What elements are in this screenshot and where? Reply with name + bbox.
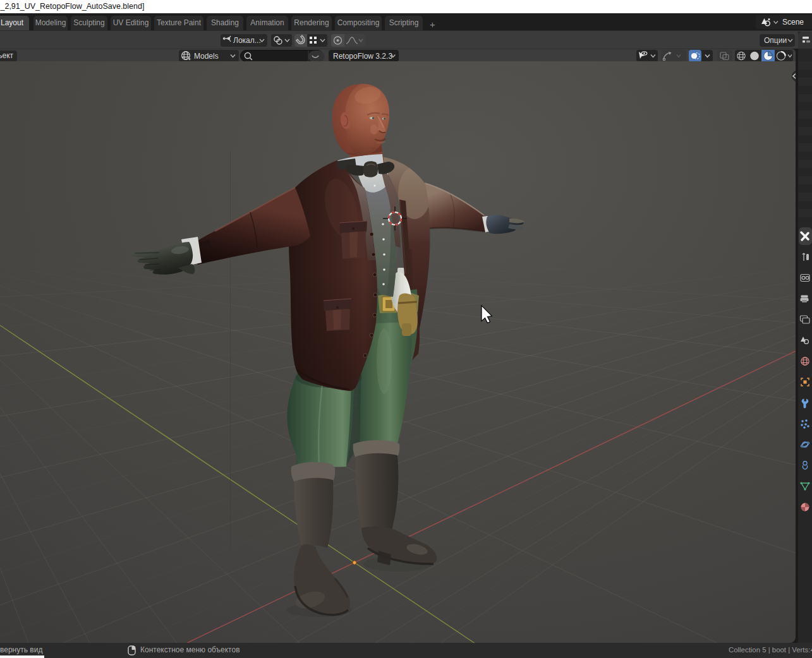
svg-text:Опции: Опции — [764, 36, 787, 45]
svg-text:Models: Models — [194, 52, 219, 61]
svg-text:Локал...: Локал... — [233, 36, 261, 45]
svg-text:RetopoFlow 3.2.3: RetopoFlow 3.2.3 — [333, 52, 392, 61]
